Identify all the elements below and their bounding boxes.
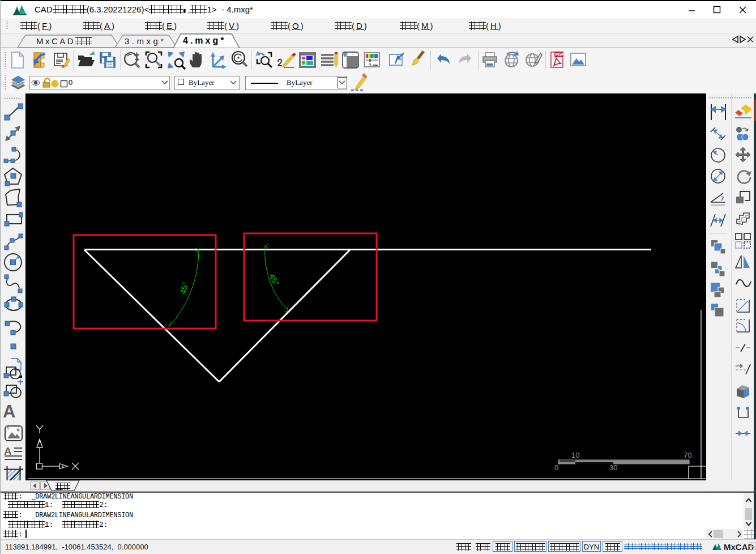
svg-text:0: 0 [554, 463, 558, 472]
svg-text:70: 70 [684, 451, 691, 459]
svg-text:45°: 45° [178, 281, 190, 295]
svg-text:A: A [368, 62, 372, 67]
svg-text:30: 30 [609, 463, 617, 472]
svg-text:10: 10 [571, 451, 579, 459]
svg-text:PDF: PDF [556, 52, 564, 57]
svg-text:A: A [4, 445, 12, 457]
svg-text:45°: 45° [267, 272, 281, 287]
